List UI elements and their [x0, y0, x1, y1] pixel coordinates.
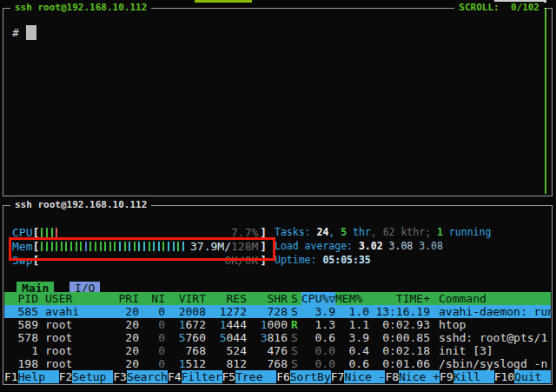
column-header-time[interactable]: TIME+ [369, 292, 430, 305]
top-terminal-pane[interactable] [3, 8, 553, 196]
text-segment: 1 [220, 318, 227, 331]
column-header-command[interactable]: Command [430, 292, 551, 305]
cell-user: root [38, 357, 106, 370]
cell-virt: 1512 [165, 357, 206, 370]
column-header-res[interactable]: RES [206, 292, 247, 305]
text-segment: 0.0 [315, 357, 335, 370]
cell-shr: 728 [247, 305, 288, 318]
red-annotation-box [9, 237, 275, 261]
column-header-shr[interactable]: SHR [247, 292, 288, 305]
text-segment: root [45, 331, 72, 344]
shell-prompt: # [12, 26, 19, 40]
cell-pri: 20 [106, 331, 139, 344]
fn-action-tree[interactable]: Tree [235, 370, 276, 383]
cell-ni: 0 [139, 305, 165, 318]
text-segment: 044 [227, 331, 247, 344]
htop-tabs: Main I/O [17, 279, 107, 292]
column-header-pri[interactable]: PRI [106, 292, 139, 305]
cell-pri: 20 [106, 318, 139, 331]
column-header-cpu[interactable]: CPU%▽ [301, 292, 335, 305]
meter-bar [56, 228, 57, 237]
fn-action-help[interactable]: Help [18, 370, 59, 383]
text-segment: 3.08 [419, 240, 443, 252]
cell-res: 1444 [206, 318, 247, 331]
cell-virt: 1672 [165, 318, 206, 331]
column-header-pid[interactable]: PID [4, 292, 38, 305]
process-row[interactable]: 589root200167214441000R1.31.10:02.93htop [4, 318, 551, 331]
fn-action-sortby[interactable]: SortBy [290, 370, 331, 383]
text-segment: root [45, 344, 72, 357]
text-segment: 0.0 [315, 344, 335, 357]
process-row[interactable]: 1root200768524476S0.00.40:02.18init [3] [4, 344, 551, 357]
tasks-summary: Tasks: 24, 5 thr, 62 kthr; 1 running [275, 226, 491, 239]
text-segment: , 62 kthr; [371, 226, 437, 238]
cell-pid: 589 [4, 318, 38, 331]
text-segment: 589 [18, 318, 38, 331]
text-segment: , [328, 226, 341, 238]
text-segment: avahi-daemon: running [439, 305, 551, 318]
text-segment: 1 [179, 357, 186, 370]
text-segment: 5 [179, 331, 186, 344]
cell-pid: 1 [4, 344, 38, 357]
text-segment: 000 [268, 318, 288, 331]
cell-virt: 2008 [165, 305, 206, 318]
text-segment: 585 [18, 305, 38, 318]
fn-action-search[interactable]: Search [127, 370, 168, 383]
cell-mem: 1.0 [335, 305, 369, 318]
text-segment: 0 [158, 305, 165, 318]
cell-cpu: 1.3 [301, 318, 335, 331]
load-average: Load average: 3.02 3.08 3.08 [275, 240, 443, 253]
cell-user: root [38, 318, 106, 331]
cell-shr: 476 [247, 344, 288, 357]
cell-command: htop [430, 318, 551, 331]
scroll-indicator: SCROLL: 0/102 [454, 2, 544, 14]
text-segment: 0:01.06 [382, 357, 430, 370]
text-segment: S [291, 305, 298, 318]
bottom-pane-title: ssh root@192.168.10.112 [10, 199, 151, 211]
text-segment: S [291, 344, 298, 357]
process-row[interactable]: 585avahi20020081272728S3.91.013:16.19ava… [4, 305, 551, 318]
text-segment: 3.02 [359, 240, 389, 252]
text-segment: 3.08 [389, 240, 420, 252]
cell-cpu: 0.6 [301, 331, 335, 344]
column-header-virt[interactable]: VIRT [165, 292, 206, 305]
text-segment: 760 [186, 331, 206, 344]
fn-action-nice-[interactable]: Nice + [399, 370, 440, 383]
meter-bar [41, 228, 43, 237]
column-header-mem[interactable]: MEM% [335, 292, 369, 305]
cell-res: 5044 [206, 331, 247, 344]
fn-action-filter[interactable]: Filter [182, 370, 222, 383]
fn-action-nice-[interactable]: Nice - [344, 370, 385, 383]
fn-action-kill[interactable]: Kill [453, 370, 494, 383]
cell-state: S [288, 357, 301, 370]
text-segment: 0.6 [349, 357, 369, 370]
text-segment: 0.6 [315, 331, 335, 344]
text-segment: 1 [437, 226, 443, 238]
column-header-state[interactable]: S [288, 292, 301, 305]
column-header-ni[interactable]: NI [139, 292, 165, 305]
top-pane-title: ssh root@192.168.10.112 [10, 2, 151, 14]
text-segment: 0 [158, 331, 165, 344]
text-segment: 198 [18, 357, 38, 370]
cell-command: avahi-daemon: running [430, 305, 551, 318]
process-row[interactable]: 198root2001512812768S0.00.60:01.06/sbin/… [4, 357, 551, 370]
cell-cpu: 0.0 [301, 344, 335, 357]
text-segment: 578 [18, 331, 38, 344]
text-segment: 5 [220, 331, 227, 344]
cell-command: sshd: root@pts/1 [430, 331, 551, 344]
fn-key-f8: F8 [385, 370, 399, 383]
text-segment: 3.9 [315, 305, 335, 318]
cell-ni: 0 [139, 344, 165, 357]
text-segment: 476 [268, 344, 288, 357]
pane-scrollbar[interactable] [545, 9, 546, 194]
fn-action-setup[interactable]: Setup [72, 370, 113, 383]
process-row[interactable]: 578root200576050443816S0.63.90:00.85sshd… [4, 331, 551, 344]
fn-key-f10: F10 [494, 370, 514, 383]
text-segment: 20 [125, 357, 139, 370]
fn-key-f9: F9 [440, 370, 453, 383]
column-header-user[interactable]: USER [38, 292, 106, 305]
text-segment: sshd: root@pts/1 [439, 331, 547, 344]
cell-time: 0:00.85 [369, 331, 430, 344]
fn-action-quit[interactable]: Quit [514, 370, 551, 383]
text-segment: 1 [261, 318, 268, 331]
